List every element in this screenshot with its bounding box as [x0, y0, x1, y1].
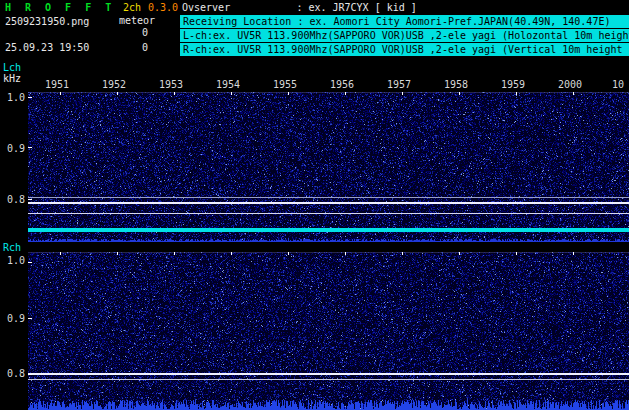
time-tick-label: 10	[612, 79, 624, 91]
freq-tick-label: 0.9	[7, 143, 25, 155]
meteor-count-rch: 0	[100, 42, 148, 54]
hrofft-output-window: H R O F F T 2ch 0.3.0 2509231950.png met…	[0, 0, 629, 410]
meteor-counter-label: meteor	[119, 15, 155, 27]
freq-tick-label: 0.8	[7, 368, 25, 380]
lch-receiver-config-line: L-ch:ex. UV5R 113.900Mhz(SAPPORO VOR)USB…	[180, 29, 629, 42]
time-tick-label: 1956	[330, 79, 354, 91]
freq-tick-label: 1.0	[7, 255, 25, 267]
version-label: 0.3.0	[148, 2, 178, 14]
time-tick-label: 2000	[558, 79, 582, 91]
rch-spectrogram	[28, 252, 629, 410]
time-tick-label: 1954	[216, 79, 240, 91]
time-tick-label: 1958	[444, 79, 468, 91]
time-tick-label: 1955	[273, 79, 297, 91]
freq-tick-label: 1.0	[7, 92, 25, 104]
freq-tick-label: 0.9	[7, 313, 25, 325]
time-tick-label: 1952	[102, 79, 126, 91]
rch-receiver-config-line: R-ch:ex. UV5R 113.900Mhz(SAPPORO VOR)USB…	[180, 43, 629, 56]
output-filename: 2509231950.png	[5, 16, 89, 28]
time-tick-label: 1951	[45, 79, 69, 91]
time-tick-label: 1959	[501, 79, 525, 91]
time-axis: 1951195219531954195519561957195819592000…	[0, 79, 629, 90]
receiving-location-line: Receiving Location : ex. Aomori City Aom…	[180, 15, 629, 28]
meteor-count-lch: 0	[100, 27, 148, 39]
freq-tick-label: 0.8	[7, 194, 25, 206]
channel-mode-label: 2ch	[123, 2, 141, 14]
observer-line: Ovserver : ex. JR7CYX [ kid ]	[182, 2, 417, 14]
app-title: H R O F F T	[5, 2, 115, 14]
lch-spectrogram	[28, 92, 629, 242]
rch-axis-label: Rch	[3, 242, 21, 254]
time-tick-label: 1953	[159, 79, 183, 91]
observation-datetime: 25.09.23 19:50	[5, 42, 89, 54]
time-tick-label: 1957	[387, 79, 411, 91]
